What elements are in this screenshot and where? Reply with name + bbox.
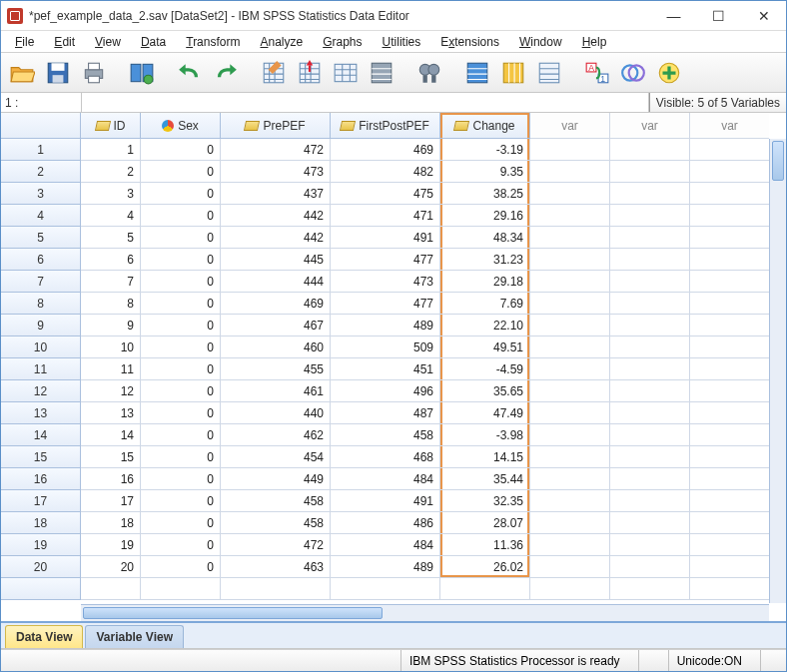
- cell-prepef[interactable]: 472: [221, 534, 331, 556]
- cell-firstpostpef[interactable]: 486: [331, 512, 440, 534]
- cell-id[interactable]: 18: [81, 512, 141, 534]
- cell-empty[interactable]: [610, 402, 690, 424]
- cell-prepef[interactable]: 442: [221, 227, 331, 249]
- cell-prepef[interactable]: 472: [221, 139, 331, 161]
- cell-empty[interactable]: [610, 358, 690, 380]
- cell-id[interactable]: 20: [81, 556, 141, 578]
- menu-data[interactable]: Data: [131, 33, 176, 51]
- cell-empty[interactable]: [690, 271, 769, 293]
- cell-empty[interactable]: [610, 380, 690, 402]
- cell-empty[interactable]: [610, 183, 690, 205]
- row-header[interactable]: 17: [1, 490, 81, 512]
- cell-change[interactable]: 48.34: [440, 227, 530, 249]
- find-button[interactable]: [412, 56, 446, 90]
- cell-sex[interactable]: 0: [141, 402, 221, 424]
- row-header[interactable]: 15: [1, 446, 81, 468]
- cell-prepef[interactable]: 460: [221, 336, 331, 358]
- cell-prepef[interactable]: 445: [221, 249, 331, 271]
- cell-firstpostpef[interactable]: 469: [331, 139, 440, 161]
- cell-empty[interactable]: [530, 402, 610, 424]
- cell-change[interactable]: 38.25: [440, 183, 530, 205]
- column-header-id[interactable]: ID: [81, 113, 141, 139]
- cell-sex[interactable]: 0: [141, 249, 221, 271]
- cell-empty[interactable]: [530, 293, 610, 315]
- cell-firstpostpef[interactable]: 489: [331, 315, 440, 336]
- redo-button[interactable]: [209, 56, 243, 90]
- row-header[interactable]: 3: [1, 183, 81, 205]
- grid-corner[interactable]: [1, 113, 81, 139]
- cell-firstpostpef[interactable]: 491: [331, 490, 440, 512]
- cell-id[interactable]: 17: [81, 490, 141, 512]
- vertical-scrollbar[interactable]: [769, 139, 786, 603]
- cell-change[interactable]: 35.44: [440, 468, 530, 490]
- cell-prepef[interactable]: 473: [221, 161, 331, 183]
- menu-window[interactable]: Window: [509, 33, 572, 51]
- cell-empty[interactable]: [530, 183, 610, 205]
- row-header[interactable]: 6: [1, 249, 81, 271]
- open-button[interactable]: [5, 56, 39, 90]
- maximize-button[interactable]: ☐: [696, 1, 741, 31]
- cell-prepef[interactable]: 469: [221, 293, 331, 315]
- cell-change[interactable]: 14.15: [440, 446, 530, 468]
- cell-empty[interactable]: [610, 578, 690, 600]
- insert-variable-button[interactable]: [496, 56, 530, 90]
- cell-empty[interactable]: [530, 315, 610, 336]
- column-header-prepef[interactable]: PrePEF: [221, 113, 331, 139]
- cell-change[interactable]: 7.69: [440, 293, 530, 315]
- cell-sex[interactable]: 0: [141, 139, 221, 161]
- cell-firstpostpef[interactable]: 473: [331, 271, 440, 293]
- row-header[interactable]: 5: [1, 227, 81, 249]
- cell-sex[interactable]: 0: [141, 315, 221, 336]
- cell-sex[interactable]: 0: [141, 446, 221, 468]
- cell-id[interactable]: 1: [81, 139, 141, 161]
- cell-empty[interactable]: [530, 358, 610, 380]
- cell-empty[interactable]: [610, 227, 690, 249]
- cell-id[interactable]: 13: [81, 402, 141, 424]
- cell-prepef[interactable]: 463: [221, 556, 331, 578]
- insert-cases-button[interactable]: [460, 56, 494, 90]
- cell-prepef[interactable]: 458: [221, 512, 331, 534]
- cell-sex[interactable]: 0: [141, 534, 221, 556]
- goto-variable-button[interactable]: [293, 56, 327, 90]
- cell-change[interactable]: 49.51: [440, 336, 530, 358]
- undo-button[interactable]: [173, 56, 207, 90]
- save-button[interactable]: [41, 56, 75, 90]
- tab-variable-view[interactable]: Variable View: [85, 625, 184, 648]
- cell-empty[interactable]: [690, 402, 769, 424]
- cell-firstpostpef[interactable]: 482: [331, 161, 440, 183]
- menu-transform[interactable]: Transform: [176, 33, 250, 51]
- cell-id[interactable]: 11: [81, 358, 141, 380]
- menu-help[interactable]: Help: [572, 33, 617, 51]
- menu-edit[interactable]: Edit: [44, 33, 85, 51]
- cell-empty[interactable]: [610, 249, 690, 271]
- cell-empty[interactable]: [690, 490, 769, 512]
- cell-empty[interactable]: [610, 490, 690, 512]
- cell-prepef[interactable]: 449: [221, 468, 331, 490]
- cell-empty[interactable]: [690, 227, 769, 249]
- menu-extensions[interactable]: Extensions: [430, 33, 509, 51]
- cell-change[interactable]: 28.07: [440, 512, 530, 534]
- cell-sex[interactable]: 0: [141, 358, 221, 380]
- cell-prepef[interactable]: 444: [221, 271, 331, 293]
- cell-firstpostpef[interactable]: 451: [331, 358, 440, 380]
- cell-change[interactable]: 31.23: [440, 249, 530, 271]
- cell-empty[interactable]: [530, 490, 610, 512]
- cell-firstpostpef[interactable]: 491: [331, 227, 440, 249]
- cell-empty[interactable]: [610, 446, 690, 468]
- cell-empty[interactable]: [530, 446, 610, 468]
- cell-id[interactable]: 5: [81, 227, 141, 249]
- cell-empty[interactable]: [530, 556, 610, 578]
- cell-empty[interactable]: [690, 534, 769, 556]
- row-header[interactable]: 7: [1, 271, 81, 293]
- horizontal-scrollbar[interactable]: [81, 604, 769, 621]
- cell-empty[interactable]: [690, 293, 769, 315]
- cell-change[interactable]: 9.35: [440, 161, 530, 183]
- cell-prepef[interactable]: 437: [221, 183, 331, 205]
- cell-empty[interactable]: [530, 578, 610, 600]
- minimize-button[interactable]: —: [651, 1, 696, 31]
- cell-change[interactable]: 29.16: [440, 205, 530, 227]
- goto-case-button[interactable]: [257, 56, 291, 90]
- cell-empty[interactable]: [530, 534, 610, 556]
- cell-empty[interactable]: [610, 424, 690, 446]
- cell-empty[interactable]: [690, 446, 769, 468]
